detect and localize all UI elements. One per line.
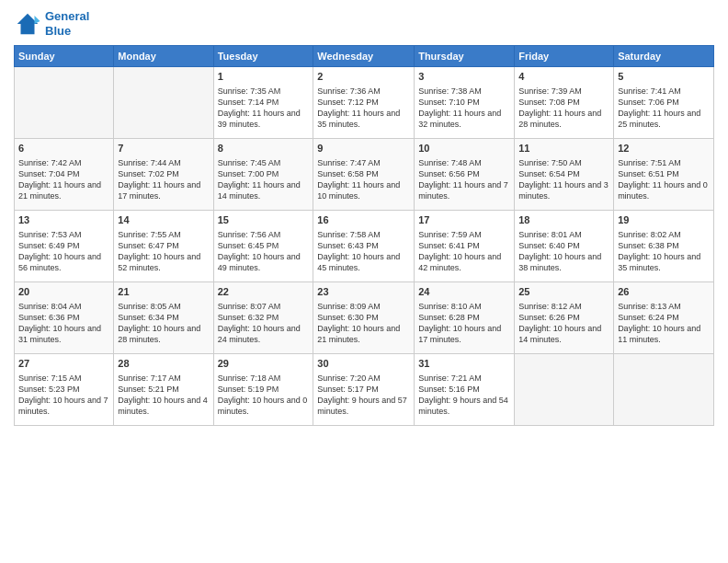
weekday-header-wednesday: Wednesday	[313, 46, 415, 67]
day-number: 15	[218, 213, 310, 227]
day-number: 8	[218, 142, 310, 155]
day-number: 25	[518, 285, 609, 299]
calendar-cell: 30Sunrise: 7:20 AM Sunset: 5:17 PM Dayli…	[313, 354, 415, 426]
day-info: Sunrise: 7:44 AM Sunset: 7:02 PM Dayligh…	[118, 157, 209, 202]
calendar-cell	[114, 67, 213, 139]
day-number: 29	[218, 357, 310, 371]
day-info: Sunrise: 7:38 AM Sunset: 7:10 PM Dayligh…	[418, 86, 510, 131]
day-info: Sunrise: 7:41 AM Sunset: 7:06 PM Dayligh…	[618, 86, 710, 131]
day-info: Sunrise: 8:04 AM Sunset: 6:36 PM Dayligh…	[18, 301, 109, 346]
day-number: 12	[618, 142, 710, 155]
day-info: Sunrise: 7:21 AM Sunset: 5:16 PM Dayligh…	[418, 373, 510, 418]
day-number: 14	[118, 213, 209, 227]
day-number: 31	[418, 357, 510, 371]
day-number: 13	[18, 213, 109, 227]
day-number: 9	[317, 142, 410, 155]
svg-marker-1	[35, 16, 40, 24]
day-number: 30	[317, 357, 410, 371]
calendar-cell: 28Sunrise: 7:17 AM Sunset: 5:21 PM Dayli…	[114, 354, 213, 426]
day-info: Sunrise: 7:45 AM Sunset: 7:00 PM Dayligh…	[218, 157, 310, 202]
calendar-table: SundayMondayTuesdayWednesdayThursdayFrid…	[14, 45, 714, 426]
calendar-cell: 17Sunrise: 7:59 AM Sunset: 6:41 PM Dayli…	[415, 211, 515, 282]
day-info: Sunrise: 7:39 AM Sunset: 7:08 PM Dayligh…	[518, 86, 609, 131]
day-info: Sunrise: 7:15 AM Sunset: 5:23 PM Dayligh…	[18, 373, 109, 418]
logo-icon	[14, 10, 41, 38]
calendar-cell: 5Sunrise: 7:41 AM Sunset: 7:06 PM Daylig…	[614, 67, 714, 139]
day-number: 10	[418, 142, 510, 155]
calendar-cell: 4Sunrise: 7:39 AM Sunset: 7:08 PM Daylig…	[515, 67, 614, 139]
calendar-week-row: 20Sunrise: 8:04 AM Sunset: 6:36 PM Dayli…	[15, 282, 714, 354]
day-number: 7	[118, 142, 209, 155]
calendar-cell: 13Sunrise: 7:53 AM Sunset: 6:49 PM Dayli…	[15, 211, 114, 282]
weekday-header-sunday: Sunday	[15, 46, 114, 67]
day-info: Sunrise: 7:17 AM Sunset: 5:21 PM Dayligh…	[118, 373, 209, 418]
weekday-header-saturday: Saturday	[614, 46, 714, 67]
calendar-cell: 8Sunrise: 7:45 AM Sunset: 7:00 PM Daylig…	[213, 139, 313, 211]
calendar-cell: 23Sunrise: 8:09 AM Sunset: 6:30 PM Dayli…	[313, 282, 415, 354]
weekday-header-friday: Friday	[515, 46, 614, 67]
calendar-cell	[515, 354, 614, 426]
calendar-cell: 15Sunrise: 7:56 AM Sunset: 6:45 PM Dayli…	[213, 211, 313, 282]
calendar-cell: 10Sunrise: 7:48 AM Sunset: 6:56 PM Dayli…	[415, 139, 515, 211]
day-number: 26	[618, 285, 710, 299]
day-info: Sunrise: 7:50 AM Sunset: 6:54 PM Dayligh…	[518, 157, 609, 202]
day-number: 3	[418, 70, 510, 84]
weekday-header-tuesday: Tuesday	[213, 46, 313, 67]
day-number: 20	[18, 285, 109, 299]
day-info: Sunrise: 8:13 AM Sunset: 6:24 PM Dayligh…	[618, 301, 710, 346]
day-number: 18	[518, 213, 609, 227]
logo-text: General Blue	[45, 9, 89, 38]
calendar-cell: 1Sunrise: 7:35 AM Sunset: 7:14 PM Daylig…	[213, 67, 313, 139]
day-number: 28	[118, 357, 209, 371]
calendar-cell: 7Sunrise: 7:44 AM Sunset: 7:02 PM Daylig…	[114, 139, 213, 211]
calendar-cell	[614, 354, 714, 426]
day-info: Sunrise: 7:36 AM Sunset: 7:12 PM Dayligh…	[317, 86, 410, 131]
calendar-cell: 26Sunrise: 8:13 AM Sunset: 6:24 PM Dayli…	[614, 282, 714, 354]
calendar-cell: 20Sunrise: 8:04 AM Sunset: 6:36 PM Dayli…	[15, 282, 114, 354]
calendar-week-row: 13Sunrise: 7:53 AM Sunset: 6:49 PM Dayli…	[15, 211, 714, 282]
day-info: Sunrise: 8:02 AM Sunset: 6:38 PM Dayligh…	[618, 229, 710, 274]
calendar-cell: 25Sunrise: 8:12 AM Sunset: 6:26 PM Dayli…	[515, 282, 614, 354]
day-number: 6	[18, 142, 109, 155]
day-info: Sunrise: 8:01 AM Sunset: 6:40 PM Dayligh…	[518, 229, 609, 274]
day-info: Sunrise: 8:12 AM Sunset: 6:26 PM Dayligh…	[518, 301, 609, 346]
day-number: 22	[218, 285, 310, 299]
day-info: Sunrise: 7:35 AM Sunset: 7:14 PM Dayligh…	[218, 86, 310, 131]
day-info: Sunrise: 7:59 AM Sunset: 6:41 PM Dayligh…	[418, 229, 510, 274]
day-number: 11	[518, 142, 609, 155]
logo: General Blue	[14, 9, 89, 38]
weekday-header-thursday: Thursday	[415, 46, 515, 67]
calendar-cell	[15, 67, 114, 139]
calendar-cell: 19Sunrise: 8:02 AM Sunset: 6:38 PM Dayli…	[614, 211, 714, 282]
day-info: Sunrise: 7:56 AM Sunset: 6:45 PM Dayligh…	[218, 229, 310, 274]
calendar-week-row: 6Sunrise: 7:42 AM Sunset: 7:04 PM Daylig…	[15, 139, 714, 211]
day-info: Sunrise: 7:20 AM Sunset: 5:17 PM Dayligh…	[317, 373, 410, 418]
calendar-cell: 27Sunrise: 7:15 AM Sunset: 5:23 PM Dayli…	[15, 354, 114, 426]
day-number: 1	[218, 70, 310, 84]
calendar-week-row: 1Sunrise: 7:35 AM Sunset: 7:14 PM Daylig…	[15, 67, 714, 139]
day-info: Sunrise: 7:58 AM Sunset: 6:43 PM Dayligh…	[317, 229, 410, 274]
calendar-cell: 29Sunrise: 7:18 AM Sunset: 5:19 PM Dayli…	[213, 354, 313, 426]
day-info: Sunrise: 7:53 AM Sunset: 6:49 PM Dayligh…	[18, 229, 109, 274]
day-info: Sunrise: 8:09 AM Sunset: 6:30 PM Dayligh…	[317, 301, 410, 346]
day-info: Sunrise: 7:55 AM Sunset: 6:47 PM Dayligh…	[118, 229, 209, 274]
calendar-cell: 18Sunrise: 8:01 AM Sunset: 6:40 PM Dayli…	[515, 211, 614, 282]
header: General Blue	[14, 9, 714, 38]
day-number: 5	[618, 70, 710, 84]
day-info: Sunrise: 7:48 AM Sunset: 6:56 PM Dayligh…	[418, 157, 510, 202]
calendar-cell: 11Sunrise: 7:50 AM Sunset: 6:54 PM Dayli…	[515, 139, 614, 211]
day-number: 21	[118, 285, 209, 299]
calendar-cell: 22Sunrise: 8:07 AM Sunset: 6:32 PM Dayli…	[213, 282, 313, 354]
day-info: Sunrise: 8:10 AM Sunset: 6:28 PM Dayligh…	[418, 301, 510, 346]
calendar-cell: 21Sunrise: 8:05 AM Sunset: 6:34 PM Dayli…	[114, 282, 213, 354]
day-info: Sunrise: 7:47 AM Sunset: 6:58 PM Dayligh…	[317, 157, 410, 202]
calendar-cell: 12Sunrise: 7:51 AM Sunset: 6:51 PM Dayli…	[614, 139, 714, 211]
day-number: 23	[317, 285, 410, 299]
calendar-cell: 31Sunrise: 7:21 AM Sunset: 5:16 PM Dayli…	[415, 354, 515, 426]
day-number: 27	[18, 357, 109, 371]
day-info: Sunrise: 7:18 AM Sunset: 5:19 PM Dayligh…	[218, 373, 310, 418]
weekday-header-row: SundayMondayTuesdayWednesdayThursdayFrid…	[15, 46, 714, 67]
day-number: 2	[317, 70, 410, 84]
day-number: 24	[418, 285, 510, 299]
day-info: Sunrise: 7:51 AM Sunset: 6:51 PM Dayligh…	[618, 157, 710, 202]
